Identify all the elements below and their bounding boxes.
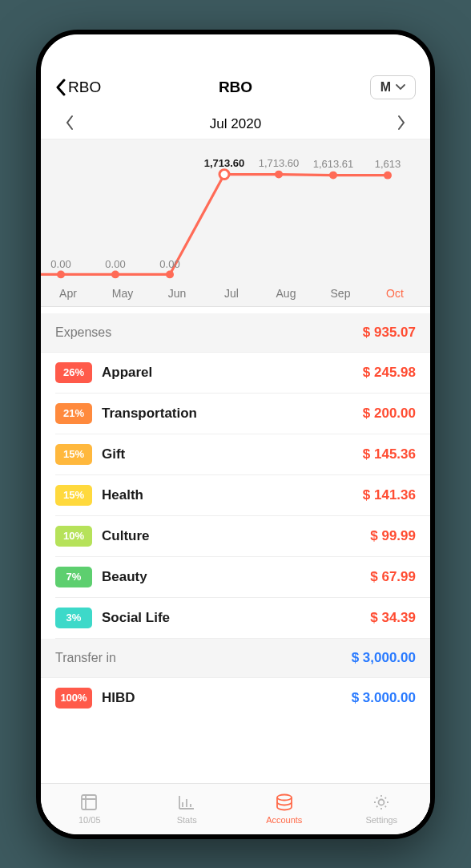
chart-x-label: May: [95, 287, 150, 300]
month-nav: Jul 2020: [41, 105, 430, 139]
category-label: Apparel: [102, 365, 353, 381]
percent-badge: 15%: [55, 444, 92, 465]
svg-point-1: [111, 270, 119, 278]
chart-point-label: 1,713.60: [259, 157, 300, 169]
category-label: Social Life: [102, 610, 360, 626]
percent-badge: 26%: [55, 362, 92, 383]
tab-label: Accounts: [266, 815, 302, 825]
period-selector[interactable]: M: [370, 75, 416, 99]
section-header: Expenses$ 935.07: [41, 313, 430, 353]
percent-badge: 100%: [55, 688, 92, 709]
category-amount: $ 245.98: [363, 365, 416, 381]
svg-point-3: [219, 169, 229, 179]
category-amount: $ 200.00: [363, 406, 416, 422]
svg-point-4: [275, 170, 283, 178]
page-title: RBO: [219, 79, 252, 96]
tab-label: 10/05: [78, 815, 101, 825]
calendar-icon: [79, 793, 100, 813]
tab-label: Settings: [365, 815, 397, 825]
category-row[interactable]: 100%HIBD$ 3.000.00: [41, 678, 430, 718]
back-icon: [55, 79, 66, 96]
content: AprMayJunJulAugSepOct 0.000.000.001,713.…: [41, 139, 430, 783]
percent-badge: 3%: [55, 608, 92, 628]
category-amount: $ 34.39: [370, 610, 416, 626]
tab-label: Stats: [177, 815, 197, 825]
category-label: Culture: [102, 528, 360, 544]
category-label: HIBD: [102, 690, 342, 706]
tab-10-05[interactable]: 10/05: [41, 784, 139, 834]
chart-point-label: 0.00: [50, 258, 70, 270]
category-row[interactable]: 10%Culture$ 99.99: [41, 516, 430, 556]
category-amount: $ 99.99: [370, 528, 416, 544]
chart-point-label: 1,613: [375, 158, 401, 170]
tabbar: 10/05StatsAccountsSettings: [41, 783, 430, 834]
category-amount: $ 67.99: [370, 569, 416, 585]
chart-x-label: Oct: [368, 287, 422, 300]
phone-frame: RBO RBO M Jul 2020 AprMayJunJulAugSepOct…: [36, 30, 435, 839]
section-total: $ 935.07: [363, 325, 416, 341]
chart-point-label: 1,713.60: [204, 157, 245, 169]
chart-x-label: Jun: [150, 287, 204, 300]
svg-point-15: [277, 795, 292, 801]
chevron-down-icon: [396, 84, 405, 91]
category-row[interactable]: 7%Beauty$ 67.99: [41, 557, 430, 597]
category-amount: $ 3.000.00: [352, 690, 416, 706]
month-label: Jul 2020: [210, 116, 261, 132]
svg-point-5: [329, 171, 337, 179]
svg-point-2: [166, 270, 174, 278]
chart-x-label: Aug: [259, 287, 313, 300]
screen: RBO RBO M Jul 2020 AprMayJunJulAugSepOct…: [41, 34, 430, 834]
chart-point-label: 0.00: [159, 258, 179, 270]
category-label: Gift: [102, 446, 353, 462]
header: RBO RBO M: [41, 70, 430, 105]
category-row[interactable]: 26%Apparel$ 245.98: [41, 353, 430, 393]
tab-settings[interactable]: Settings: [333, 784, 431, 834]
chart-x-label: Jul: [204, 287, 259, 300]
category-amount: $ 141.36: [363, 487, 416, 503]
category-row[interactable]: 21%Transportation$ 200.00: [41, 394, 430, 434]
prev-month-button[interactable]: [65, 115, 74, 134]
percent-badge: 10%: [55, 526, 92, 547]
section-name: Expenses: [55, 325, 111, 340]
back-label: RBO: [68, 79, 101, 96]
line-chart[interactable]: AprMayJunJulAugSepOct 0.000.000.001,713.…: [41, 139, 430, 307]
svg-point-0: [57, 270, 65, 278]
percent-badge: 7%: [55, 567, 92, 587]
category-row[interactable]: 3%Social Life$ 34.39: [41, 598, 430, 638]
tab-accounts[interactable]: Accounts: [235, 784, 333, 834]
settings-icon: [371, 793, 392, 813]
chart-point-label: 0.00: [105, 258, 125, 270]
category-row[interactable]: 15%Health$ 141.36: [41, 475, 430, 515]
percent-badge: 15%: [55, 485, 92, 506]
chart-x-label: Apr: [41, 287, 95, 300]
stats-icon: [176, 793, 197, 813]
chart-point-label: 1,613.61: [313, 158, 354, 170]
next-month-button[interactable]: [397, 115, 406, 134]
section-header: Transfer in$ 3,000.00: [41, 639, 430, 678]
category-amount: $ 145.36: [363, 446, 416, 462]
svg-point-16: [379, 800, 384, 805]
section-name: Transfer in: [55, 651, 116, 665]
back-button[interactable]: RBO: [55, 79, 101, 96]
chart-x-label: Sep: [313, 287, 368, 300]
category-label: Health: [102, 487, 353, 503]
percent-badge: 21%: [55, 403, 92, 424]
svg-point-6: [384, 171, 392, 179]
section-total: $ 3,000.00: [352, 650, 416, 666]
category-row[interactable]: 15%Gift$ 145.36: [41, 434, 430, 474]
category-label: Beauty: [102, 569, 360, 585]
tab-stats[interactable]: Stats: [139, 784, 236, 834]
accounts-icon: [274, 793, 295, 813]
category-label: Transportation: [102, 406, 353, 422]
svg-rect-7: [82, 795, 96, 809]
period-label: M: [380, 80, 391, 95]
